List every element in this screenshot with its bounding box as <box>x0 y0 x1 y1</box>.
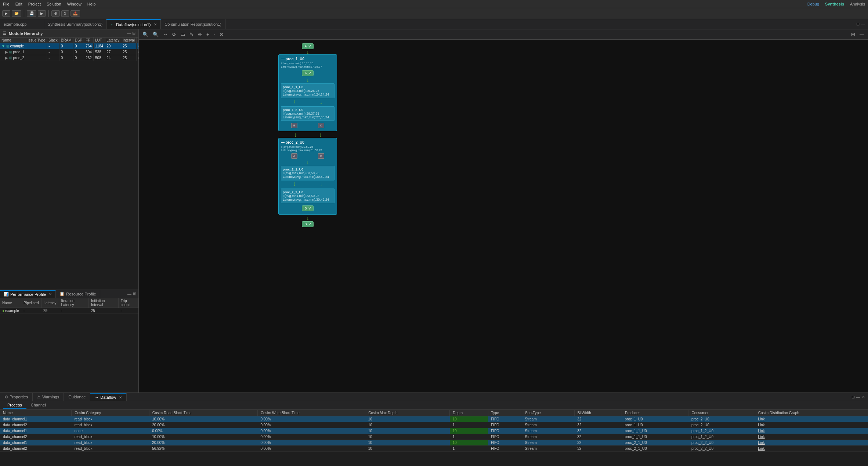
fit-btn[interactable]: ↔ <box>162 31 169 38</box>
table-row[interactable]: ▶ ⊞ proc_1 - 0 0 304 538 27 25 dataflo <box>0 49 138 55</box>
minus-btn[interactable]: - <box>212 31 217 38</box>
dt-col-name: Name <box>0 410 72 416</box>
toolbar-btn-cosim[interactable]: ⧖ <box>61 10 69 17</box>
row1-read: 10.00% <box>149 416 257 422</box>
guidance-label: Guidance <box>68 395 86 399</box>
row-name: ▶ ⊞ proc_1 <box>0 49 26 55</box>
data-row-5[interactable]: data_channel1 read_block 20.00% 0.00% 10… <box>0 440 868 446</box>
row6-graph[interactable]: Link <box>755 446 868 452</box>
toolbar-btn-synth[interactable]: ⚙ <box>51 10 60 17</box>
restore-icon[interactable]: — <box>861 22 865 26</box>
layout-btn-1[interactable]: ⊞ <box>850 31 857 38</box>
top-synthesis-tab[interactable]: Synthesis <box>825 2 844 6</box>
row3-graph[interactable]: Link <box>755 428 868 434</box>
row1-cat: read_block <box>72 416 149 422</box>
row6-read: 56.92% <box>149 446 257 452</box>
menu-window[interactable]: Window <box>67 2 82 6</box>
menu-file[interactable]: File <box>3 2 10 6</box>
col-name: Name <box>0 37 26 43</box>
table-row[interactable]: ▼ ⊞ example - 0 0 764 1184 29 25 dataflo <box>0 43 138 49</box>
toolbar-btn-run[interactable]: ▶ <box>38 10 46 17</box>
warnings-tab[interactable]: ⚠ Warnings <box>33 393 64 401</box>
row1-bitwidth: 32 <box>574 416 622 422</box>
plus-btn[interactable]: + <box>205 31 211 38</box>
performance-profile-tab[interactable]: 📊 Performance Profile ✕ <box>0 290 56 298</box>
toolbar: ▶ 📂 💾 ▶ ⚙ ⧖ 📤 <box>0 8 868 19</box>
tab-cosim[interactable]: Co-simulation Report(solution1) <box>161 19 225 29</box>
row-latency: 27 <box>105 49 121 55</box>
rotate-btn[interactable]: ⟳ <box>171 31 178 38</box>
proc1-1-block[interactable]: proc_1_1_U0 II(avg,max,min):25,26,25 Lat… <box>281 83 334 98</box>
row4-graph[interactable]: Link <box>755 434 868 440</box>
proc2-title: — proc_2_U0 <box>281 140 334 144</box>
proc1-ii: II(avg,max,min):25,26,25 <box>281 62 334 65</box>
row5-maxdepth: 10 <box>365 440 450 446</box>
tab-dataflow-close[interactable]: ✕ <box>154 22 157 26</box>
top-analysis-tab[interactable]: Analysis <box>850 2 865 6</box>
tab-dataflow-label: Dataflow(solution1) <box>116 22 151 27</box>
dataflow-bottom-tab[interactable]: ↔ Dataflow ✕ <box>90 393 127 401</box>
inter-arrow-1: ↓ <box>294 133 297 137</box>
tab-dataflow[interactable]: ↔ Dataflow(solution1) ✕ <box>106 19 161 29</box>
table-row[interactable]: ▶ ⊞ proc_2 - 0 0 262 508 24 25 dataflo <box>0 55 138 61</box>
bottom-close[interactable]: ✕ <box>862 395 865 399</box>
row5-graph[interactable]: Link <box>755 440 868 446</box>
add-btn[interactable]: ⊕ <box>196 31 203 38</box>
tab-synthesis-summary[interactable]: Synthesis Summary(solution1) <box>44 19 106 29</box>
proc2-2-ii: II(avg,max,min):33,50,25 <box>283 194 333 198</box>
row-ff: 764 <box>84 43 94 49</box>
zoom-out-btn[interactable]: 🔍 <box>151 31 160 38</box>
proc1-2-ii: II(avg,max,min):29,37,25 <box>283 112 333 115</box>
proc1-outer-block[interactable]: — proc_1_U0 II(avg,max,min):25,26,25 Lat… <box>278 54 337 131</box>
row2-graph[interactable]: Link <box>755 422 868 428</box>
menu-project[interactable]: Project <box>28 2 41 6</box>
guidance-tab[interactable]: Guidance <box>64 393 90 401</box>
maximize-icon[interactable]: ⊞ <box>856 22 860 26</box>
proc2-1-block[interactable]: proc_2_1_U0 II(avg,max,min):33,50,25 Lat… <box>281 166 334 180</box>
row1-graph[interactable]: Link <box>755 416 868 422</box>
tab-example-cpp[interactable]: example.cpp <box>0 19 44 29</box>
menu-edit[interactable]: Edit <box>15 2 22 6</box>
edit-btn[interactable]: ✎ <box>188 31 195 38</box>
proc2-2-title: proc_2_2_U0 <box>283 190 333 194</box>
data-row-3[interactable]: data_channel1 none 0.00% 0.00% 10 10 FIF… <box>0 428 868 434</box>
layout-btn-2[interactable]: — <box>858 31 866 38</box>
perf-minimize[interactable]: — <box>127 292 131 296</box>
bottom-restore[interactable]: — <box>856 395 860 399</box>
proc2-2-block[interactable]: proc_2_2_U0 II(avg,max,min):33,50,25 Lat… <box>281 189 334 203</box>
panel-maximize[interactable]: ⊞ <box>132 31 135 36</box>
process-subtab[interactable]: Process <box>3 402 26 409</box>
bottom-maximize[interactable]: ⊞ <box>851 395 855 399</box>
zoom-in-btn[interactable]: 🔍 <box>141 31 150 38</box>
canvas-area[interactable]: 🔍 🔍 ↔ ⟳ ▭ ✎ ⊕ + - ⊙ ⊞ — A_V <box>139 29 868 392</box>
channel-subtab[interactable]: Channel <box>26 402 50 409</box>
dataflow-bottom-close[interactable]: ✕ <box>119 395 122 399</box>
proc1-2-block[interactable]: proc_1_2_U0 II(avg,max,min):29,37,25 Lat… <box>281 106 334 121</box>
toolbar-btn-new[interactable]: ▶ <box>2 10 10 17</box>
perf-maximize[interactable]: ⊞ <box>133 291 136 296</box>
perf-row[interactable]: ●example - 29 - 25 - <box>0 308 138 314</box>
rect-btn[interactable]: ▭ <box>179 31 187 38</box>
top-debug-tab[interactable]: Debug <box>807 2 819 6</box>
tab-synthesis-summary-label: Synthesis Summary(solution1) <box>48 22 102 26</box>
row1-name: data_channel1 <box>0 416 72 422</box>
toolbar-btn-open[interactable]: 📂 <box>12 10 21 17</box>
menu-solution[interactable]: Solution <box>47 2 61 6</box>
data-row-2[interactable]: data_channel2 read_block 20.00% 0.00% 10… <box>0 422 868 428</box>
perf-col-latency: Latency <box>41 298 59 308</box>
circle-btn[interactable]: ⊙ <box>218 31 225 38</box>
toolbar-btn-export[interactable]: 📤 <box>70 10 80 17</box>
warnings-label: Warnings <box>42 395 59 399</box>
data-row-1[interactable]: data_channel1 read_block 10.00% 0.00% 10… <box>0 416 868 422</box>
toolbar-btn-save[interactable]: 💾 <box>27 10 36 17</box>
resource-profile-tab[interactable]: 📋 Resource Profile <box>56 290 100 298</box>
data-row-4[interactable]: data_channel2 read_block 10.00% 0.00% 10… <box>0 434 868 440</box>
perf-tab-close[interactable]: ✕ <box>49 292 52 296</box>
data-row-6[interactable]: data_channel2 read_block 56.92% 0.00% 10… <box>0 446 868 452</box>
properties-tab[interactable]: ⚙ Properties <box>0 393 33 401</box>
menu-help[interactable]: Help <box>87 2 96 6</box>
proc2-outer-block[interactable]: — proc_2_U0 II(avg,max,min):33,50,25 Lat… <box>278 138 337 215</box>
row-pipeline: dataflo <box>137 55 138 61</box>
panel-minimize[interactable]: — <box>127 31 131 36</box>
bottom-left-tabs: 📊 Performance Profile ✕ 📋 Resource Profi… <box>0 290 138 298</box>
